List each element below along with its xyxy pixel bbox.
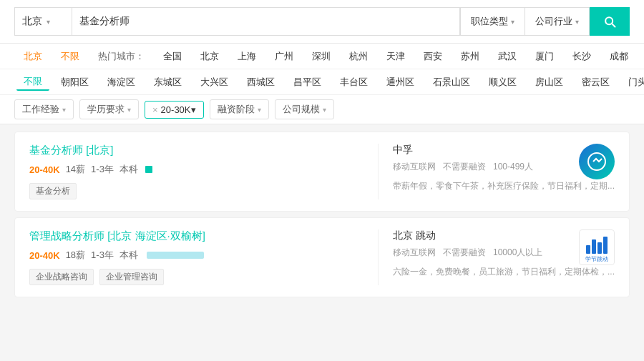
district-tag-4[interactable]: 大兴区 <box>193 74 235 90</box>
company-name-1[interactable]: 中孚 <box>393 144 579 157</box>
district-tag-13[interactable]: 门头沟区 <box>621 74 644 90</box>
company-meta-2: 移动互联网 不需要融资 10000人以上 <box>393 247 579 259</box>
company-info-2: 北京 跳动 移动互联网 不需要融资 10000人以上 <box>378 229 615 285</box>
company-industry-arrow-icon: ▾ <box>575 18 579 26</box>
bar-2 <box>592 239 596 254</box>
district-all-tag[interactable]: 不限 <box>16 74 49 91</box>
district-filter-row: 不限 朝阳区 海淀区 东城区 大兴区 西城区 昌平区 丰台区 通州区 石景山区 … <box>0 69 644 95</box>
search-header: 北京 ▾ 职位类型 ▾ 公司行业 ▾ <box>0 0 644 44</box>
city-label: 北京 <box>22 15 42 28</box>
education-arrow-icon: ▾ <box>127 106 131 114</box>
salary-value: 20-30K <box>161 104 191 115</box>
company-funding-2: 不需要融资 <box>443 247 486 259</box>
experience-filter[interactable]: 工作经验 ▾ <box>14 99 74 119</box>
company-size-1: 100-499人 <box>493 161 533 173</box>
city-tag-11[interactable]: 长沙 <box>565 49 598 64</box>
company-benefits-2: 六险一金，免费晚餐，员工旅游，节日福利，定期体检，... <box>393 265 615 279</box>
logo-text-value: 学节跳动 <box>585 255 608 263</box>
salary-filter[interactable]: × 20-30K ▾ <box>145 101 204 119</box>
job-tags-1: 基金分析 <box>29 183 378 199</box>
district-tag-5[interactable]: 西城区 <box>240 74 282 90</box>
city-tag-3[interactable]: 广州 <box>268 49 301 64</box>
company-industry-filter[interactable]: 公司行业 ▾ <box>525 7 589 36</box>
education-filter[interactable]: 学历要求 ▾ <box>79 99 139 119</box>
company-benefits-1: 带薪年假，零食下午茶，补充医疗保险，节日福利，定期... <box>393 179 615 193</box>
list-item[interactable]: 企业战略咨询 <box>29 269 94 285</box>
district-tag-11[interactable]: 房山区 <box>528 74 570 90</box>
company-row-1: 中孚 移动互联网 不需要融资 100-499人 <box>393 144 615 179</box>
city-selector[interactable]: 北京 ▾ <box>14 7 72 36</box>
company-size-label: 公司规模 <box>283 103 320 116</box>
company-logo-shape-2: 学节跳动 <box>579 229 615 265</box>
experience-label: 工作经验 <box>22 103 59 116</box>
table-row: 基金分析师 [北京] 20-40K 14薪 1-3年 本科 基金分析 中孚 <box>14 132 630 212</box>
salary-close-icon[interactable]: × <box>152 104 158 115</box>
city-tag-6[interactable]: 天津 <box>379 49 412 64</box>
company-industry-2: 移动互联网 <box>393 247 436 259</box>
job-bar-indicator <box>147 252 204 259</box>
district-tag-2[interactable]: 海淀区 <box>100 74 142 90</box>
bar-3 <box>597 242 602 254</box>
job-type-arrow-icon: ▾ <box>511 18 514 26</box>
job-salary-1: 20-40K <box>29 164 60 175</box>
salary-arrow-icon: ▾ <box>191 104 196 115</box>
district-tag-12[interactable]: 密云区 <box>575 74 617 90</box>
search-input[interactable] <box>72 16 459 27</box>
list-item[interactable]: 基金分析 <box>29 183 77 199</box>
district-tag-10[interactable]: 顺义区 <box>482 74 524 90</box>
job-edu-2: 本科 <box>119 249 138 262</box>
search-icon <box>602 14 617 29</box>
city-filter-row: 北京 不限 热门城市： 全国 北京 上海 广州 深圳 杭州 天津 西安 苏州 武… <box>0 44 644 69</box>
city-arrow-icon: ▾ <box>47 18 50 26</box>
advanced-filter-row: 工作经验 ▾ 学历要求 ▾ × 20-30K ▾ 融资阶段 ▾ 公司规模 ▾ <box>0 95 644 124</box>
job-title-1[interactable]: 基金分析师 [北京] <box>29 144 378 157</box>
search-input-wrap <box>72 7 460 36</box>
company-info-1: 中孚 移动互联网 不需要融资 100-499人 <box>378 144 615 199</box>
district-tag-9[interactable]: 石景山区 <box>426 74 477 90</box>
company-funding-1: 不需要融资 <box>443 161 486 173</box>
city-tag-2[interactable]: 上海 <box>230 49 263 64</box>
city-tag-4[interactable]: 深圳 <box>305 49 338 64</box>
job-type-filter[interactable]: 职位类型 ▾ <box>460 7 525 36</box>
job-title-2[interactable]: 管理战略分析师 [北京 海淀区·双榆树] <box>29 229 378 243</box>
city-tag-7[interactable]: 西安 <box>416 49 449 64</box>
company-logo-2: 学节跳动 <box>579 229 615 265</box>
district-tag-7[interactable]: 丰台区 <box>333 74 375 90</box>
job-tags-2: 企业战略咨询 企业管理咨询 <box>29 269 378 285</box>
current-city-label: 北京 <box>16 49 49 64</box>
city-tag-12[interactable]: 成都 <box>602 49 635 64</box>
bar-4 <box>603 237 608 254</box>
district-tag-3[interactable]: 东城区 <box>147 74 189 90</box>
funding-label: 融资阶段 <box>218 103 255 116</box>
company-meta-1: 移动互联网 不需要融资 100-499人 <box>393 161 579 173</box>
district-tag-6[interactable]: 昌平区 <box>286 74 328 90</box>
company-size-filter[interactable]: 公司规模 ▾ <box>275 99 334 119</box>
company-industry-label: 公司行业 <box>535 15 572 28</box>
company-logo-1 <box>579 144 615 179</box>
city-tag-8[interactable]: 苏州 <box>454 49 487 64</box>
job-meta-1: 20-40K 14薪 1-3年 本科 <box>29 163 378 176</box>
table-row: 管理战略分析师 [北京 海淀区·双榆树] 20-40K 18薪 1-3年 本科 … <box>14 217 630 297</box>
search-button[interactable] <box>590 7 630 36</box>
experience-arrow-icon: ▾ <box>62 106 66 114</box>
company-row-2: 北京 跳动 移动互联网 不需要融资 10000人以上 <box>393 229 615 265</box>
funding-filter[interactable]: 融资阶段 ▾ <box>210 99 269 119</box>
company-industry-1: 移动互联网 <box>393 161 436 173</box>
main-content: 基金分析师 [北京] 20-40K 14薪 1-3年 本科 基金分析 中孚 <box>0 124 644 305</box>
city-tag-9[interactable]: 武汉 <box>491 49 524 64</box>
job-type-label: 职位类型 <box>471 15 508 28</box>
district-tag-8[interactable]: 通州区 <box>379 74 421 90</box>
city-tag-1[interactable]: 北京 <box>193 49 226 64</box>
logo-text-label: 学节跳动 <box>585 254 608 263</box>
company-name-2[interactable]: 北京 跳动 <box>393 229 579 242</box>
hot-cities-label: 热门城市： <box>91 49 152 64</box>
city-tag-10[interactable]: 厦门 <box>528 49 561 64</box>
job-salary-2: 20-40K <box>29 250 60 261</box>
city-tag-0[interactable]: 全国 <box>156 49 189 64</box>
city-all-tag[interactable]: 不限 <box>54 49 87 64</box>
job-meta-2: 20-40K 18薪 1-3年 本科 <box>29 249 378 262</box>
district-tag-1[interactable]: 朝阳区 <box>54 74 96 90</box>
list-item[interactable]: 企业管理咨询 <box>99 269 164 285</box>
city-tag-5[interactable]: 杭州 <box>342 49 375 64</box>
bar-1 <box>586 245 590 254</box>
